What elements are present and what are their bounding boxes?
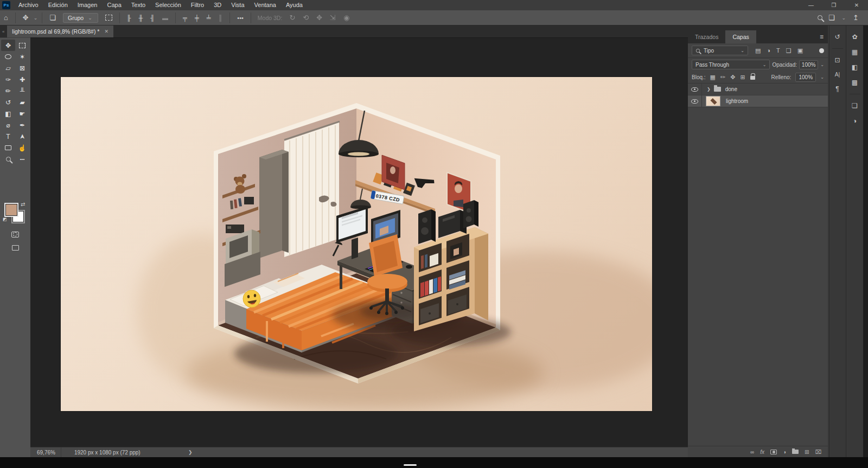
visibility-toggle[interactable]	[688, 95, 702, 107]
panel-menu-icon[interactable]: ≡	[820, 33, 824, 41]
menu-edicion[interactable]: Edición	[43, 0, 73, 10]
add-mask-icon[interactable]	[770, 450, 777, 454]
canvas-document[interactable]: 0378 CZD	[61, 77, 652, 411]
gradient-tool[interactable]: ◧	[1, 108, 15, 119]
search-icon[interactable]	[818, 15, 822, 20]
minimize-button[interactable]: —	[800, 0, 822, 10]
screen-mode-button[interactable]	[0, 243, 30, 253]
default-colors-icon[interactable]: ◩	[3, 217, 7, 222]
filter-image-icon[interactable]: ▤	[755, 47, 761, 54]
frame-tool[interactable]: ⊠	[15, 62, 29, 74]
document-tab[interactable]: lightroom.psd al 69,8% (RGB/8#) * ✕	[7, 25, 113, 37]
pen-tool[interactable]: ✒	[15, 119, 29, 131]
opacity-value[interactable]: 100%	[799, 60, 818, 69]
collapse-toolbar-icon[interactable]: ‹‹	[2, 29, 4, 34]
status-chevron-icon[interactable]: ❯	[188, 450, 193, 455]
healing-brush-tool[interactable]: ✚	[15, 74, 29, 85]
transform-controls-icon[interactable]	[105, 15, 112, 21]
layer-thumbnail[interactable]	[706, 96, 720, 106]
lock-all-icon[interactable]	[750, 76, 755, 80]
quick-mask-button[interactable]	[0, 229, 30, 239]
menu-ventana[interactable]: Ventana	[250, 0, 281, 10]
edit-toolbar[interactable]: •••	[15, 153, 29, 165]
tool-preset-chevron-icon[interactable]: ⌄	[33, 15, 39, 21]
distribute-vertical-icon[interactable]: ║	[214, 15, 226, 21]
document-close-icon[interactable]: ✕	[104, 29, 108, 34]
zoom-tool[interactable]	[1, 153, 15, 165]
align-bottom-icon[interactable]: ╧	[203, 15, 215, 21]
marquee-tool[interactable]	[15, 40, 29, 51]
distribute-center-icon[interactable]: ▬	[158, 15, 172, 21]
patterns-panel-icon[interactable]: ▩	[852, 79, 858, 86]
autoselect-icon[interactable]: ❏	[46, 14, 60, 22]
type-tool[interactable]: T	[1, 131, 15, 142]
align-vmiddle-icon[interactable]: ╪	[191, 15, 203, 21]
delete-layer-icon[interactable]: ⌧	[815, 449, 821, 455]
filter-shape-icon[interactable]: ❑	[786, 47, 792, 54]
align-hcenter-icon[interactable]: ╫	[135, 15, 147, 21]
filter-smartobject-icon[interactable]: ▣	[797, 47, 803, 54]
lock-transparent-icon[interactable]: ▦	[710, 74, 716, 81]
align-left-icon[interactable]: ╟	[123, 15, 135, 21]
blend-mode-dropdown[interactable]: Pass Through ⌄	[692, 60, 770, 69]
lock-move-icon[interactable]: ✥	[730, 74, 735, 81]
zoom-level[interactable]: 69,76%	[30, 450, 61, 456]
align-top-icon[interactable]: ╤	[179, 15, 191, 21]
history-panel-icon[interactable]: ↺	[834, 33, 840, 41]
workspace-chevron-icon[interactable]: ⌄	[841, 15, 847, 21]
dodge-tool[interactable]: ⌀	[1, 119, 15, 131]
fill-value[interactable]: 100%	[795, 73, 816, 82]
history-brush-tool[interactable]: ↺	[1, 97, 15, 108]
layer-row-done[interactable]: ❯ done	[688, 84, 828, 95]
menu-archivo[interactable]: Archivo	[14, 0, 43, 10]
swap-colors-icon[interactable]: ⇄	[21, 201, 25, 207]
layer-effects-icon[interactable]: fx	[760, 449, 764, 455]
new-group-icon[interactable]	[792, 450, 799, 454]
close-button[interactable]: ✕	[845, 0, 868, 10]
share-icon[interactable]: ↥	[849, 14, 863, 22]
more-options-icon[interactable]: •••	[233, 15, 247, 21]
hand-tool[interactable]: ☝	[15, 142, 29, 153]
filter-adjustment-icon[interactable]: ◑	[767, 47, 770, 54]
tab-capas[interactable]: Capas	[725, 30, 756, 43]
smudge-tool[interactable]: ☛	[15, 108, 29, 119]
fill-chevron-icon[interactable]: ⌄	[820, 75, 824, 80]
path-select-tool[interactable]: ➤	[15, 131, 29, 142]
menu-texto[interactable]: Texto	[126, 0, 150, 10]
layer-row-lightroom[interactable]: lightroom	[688, 95, 828, 107]
menu-3d[interactable]: 3D	[209, 0, 226, 10]
foreground-color-swatch[interactable]	[5, 204, 17, 216]
lock-paint-icon[interactable]: ✏	[720, 74, 725, 81]
filter-type-dropdown[interactable]: Tipo ⌄	[692, 46, 748, 55]
magic-wand-tool[interactable]: ✶	[15, 51, 29, 62]
workspace-icon[interactable]: ❏	[825, 14, 839, 22]
color-panel-icon[interactable]: ✿	[852, 33, 857, 41]
eraser-tool[interactable]: ▰	[15, 97, 29, 108]
libraries-panel-icon[interactable]: ❏	[852, 102, 858, 110]
filter-type-icon[interactable]: T	[776, 47, 780, 54]
menu-vista[interactable]: Vista	[226, 0, 249, 10]
home-icon[interactable]: ⌂	[0, 14, 12, 22]
new-layer-icon[interactable]: ⊞	[805, 449, 809, 455]
align-right-icon[interactable]: ╢	[146, 15, 158, 21]
clone-stamp-tool[interactable]: ╨	[15, 85, 29, 97]
group-expand-icon[interactable]: ❯	[707, 87, 711, 92]
adjustment-layer-icon[interactable]: ◑	[783, 449, 786, 455]
eyedropper-tool[interactable]: ✑	[1, 74, 15, 85]
gradients-panel-icon[interactable]: ◧	[852, 63, 858, 71]
rectangle-tool[interactable]	[1, 142, 15, 153]
link-layers-icon[interactable]: ∞	[750, 449, 754, 455]
menu-imagen[interactable]: Imagen	[73, 0, 103, 10]
character-panel-icon[interactable]: A|	[835, 72, 840, 78]
move-tool[interactable]: ✥	[1, 40, 15, 51]
paragraph-panel-icon[interactable]: ¶	[835, 85, 839, 93]
opacity-chevron-icon[interactable]: ⌄	[820, 62, 824, 67]
restore-button[interactable]: ❒	[822, 0, 845, 10]
move-tool-icon[interactable]: ✥	[19, 14, 33, 22]
lasso-tool[interactable]	[1, 51, 15, 62]
menu-filtro[interactable]: Filtro	[186, 0, 209, 10]
adjustments-panel-icon[interactable]: ◑	[853, 117, 857, 125]
tab-trazados[interactable]: Trazados	[688, 30, 725, 43]
menu-ayuda[interactable]: Ayuda	[281, 0, 308, 10]
autoselect-target-dropdown[interactable]: Grupo ⌄	[63, 13, 98, 23]
